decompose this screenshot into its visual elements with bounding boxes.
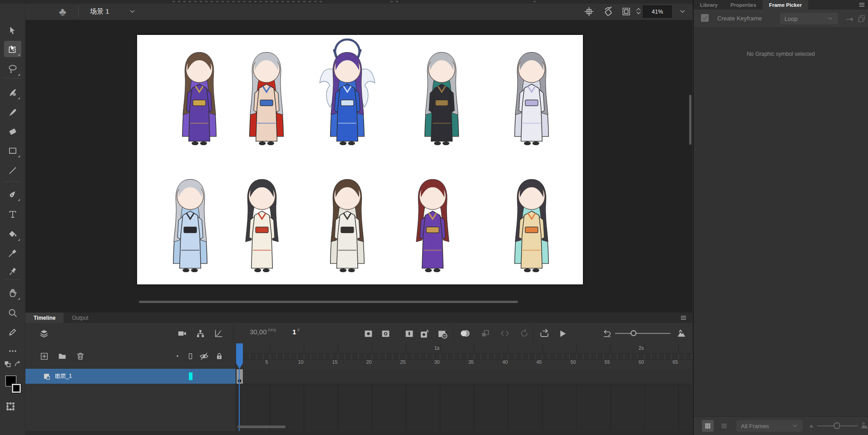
timeline-horizontal-scrollbar[interactable] [237, 425, 286, 428]
timeline-zoom-slider-track[interactable] [615, 333, 671, 334]
current-frame-value[interactable]: 1F [292, 328, 300, 336]
character-crimson-sorceress[interactable] [401, 166, 464, 277]
move-keyframes-button[interactable] [479, 327, 491, 339]
insert-blank-keyframe-button[interactable] [380, 327, 391, 339]
onion-skin-button[interactable] [459, 327, 471, 339]
character-silver-sage[interactable] [500, 39, 563, 150]
pin-frames-icon[interactable] [845, 15, 854, 24]
thumbnail-size-slider-thumb[interactable] [833, 422, 840, 429]
fluid-brush-tool[interactable] [4, 84, 21, 101]
layer-name[interactable]: 图层_1 [55, 372, 72, 380]
thumbnail-size-small-icon[interactable] [808, 422, 815, 429]
frames-grid[interactable] [236, 369, 692, 435]
remove-frame-button[interactable] [436, 327, 448, 339]
loop-range-button[interactable] [518, 327, 530, 339]
timeline-menu-icon[interactable] [680, 314, 687, 321]
frames-filter-dropdown[interactable]: All Frames [736, 420, 803, 432]
new-layer-button[interactable] [38, 350, 50, 362]
selection-tool[interactable] [4, 23, 21, 39]
canvas-horizontal-scrollbar[interactable] [139, 301, 518, 303]
character-ponytail-swordswoman[interactable] [316, 166, 379, 277]
scene-chevron-down-icon[interactable] [129, 8, 136, 15]
loop-dropdown[interactable]: Loop [780, 13, 838, 24]
canvas-vertical-scrollbar[interactable] [689, 95, 691, 145]
frame-rate-value[interactable]: 30,00FPS [250, 328, 276, 336]
tab-output[interactable]: Output [64, 313, 96, 323]
loop-playback-button[interactable] [538, 327, 550, 339]
camera-icon[interactable] [176, 327, 188, 339]
pin-tool[interactable] [4, 263, 21, 279]
text-tool[interactable] [4, 206, 21, 222]
graph-editor-icon[interactable] [212, 327, 224, 339]
insert-frame-button[interactable] [403, 327, 415, 339]
lasso-tool[interactable] [4, 61, 21, 77]
hide-layers-column-icon[interactable] [198, 350, 210, 362]
character-teal-hooded-rogue[interactable] [410, 39, 473, 150]
zoom-tool[interactable] [4, 305, 21, 321]
layer-row[interactable]: 图层_1 [25, 369, 236, 384]
play-button[interactable] [557, 327, 568, 339]
reset-colors-icon[interactable] [14, 360, 21, 368]
classic-brush-tool[interactable] [4, 104, 21, 121]
line-tool[interactable] [4, 162, 21, 179]
frame-ruler[interactable]: 51015202530354045505560651s2s [236, 343, 692, 369]
pencil-tool[interactable] [4, 324, 21, 340]
character-white-dress-maiden[interactable] [230, 166, 294, 277]
free-transform-icon[interactable] [5, 401, 16, 412]
paint-bucket-tool[interactable] [4, 226, 21, 242]
character-celestial-dancer[interactable] [500, 166, 563, 277]
eraser-tool[interactable] [4, 123, 21, 140]
layer-parenting-icon[interactable] [194, 327, 206, 339]
thumbnail-size-slider-track[interactable] [817, 425, 833, 426]
tab-timeline[interactable]: Timeline [25, 313, 64, 323]
pen-tool[interactable] [4, 186, 21, 202]
outline-layers-column-icon[interactable] [184, 350, 196, 362]
center-stage-icon[interactable] [584, 6, 594, 17]
hand-tool[interactable] [4, 285, 21, 301]
frames-pane[interactable]: 51015202530354045505560651s2s [236, 343, 692, 435]
tab-frame-picker[interactable]: Frame Picker [763, 0, 808, 10]
character-winged-seraph[interactable] [316, 39, 379, 150]
thumbnail-size-large-icon[interactable] [860, 421, 868, 430]
timeline-zoom-in-icon[interactable] [676, 327, 687, 339]
create-keyframe-checkbox[interactable] [701, 14, 709, 22]
layer-view-icon[interactable] [38, 327, 50, 339]
tab-library[interactable]: Library [694, 0, 724, 10]
eyedropper-tool[interactable] [4, 245, 21, 261]
swap-colors-icon[interactable] [4, 360, 11, 368]
character-purple-robed-noble[interactable] [168, 39, 231, 150]
timeline-zoom-slider-thumb[interactable] [631, 330, 636, 336]
stage[interactable] [137, 35, 583, 284]
lock-layers-column-icon[interactable] [213, 350, 225, 362]
list-view-button[interactable] [718, 420, 730, 432]
clip-content-icon[interactable] [621, 6, 631, 17]
symbol-clover-icon[interactable]: ♣ [59, 5, 66, 18]
grid-view-button[interactable] [702, 420, 714, 432]
layer-frame-strip[interactable] [236, 369, 692, 384]
scene-breadcrumb[interactable]: 场景 1 [90, 7, 109, 16]
keyframe-cell-frame-1[interactable] [236, 369, 243, 384]
thumbnail-size-slider-track[interactable] [841, 425, 858, 426]
highlight-layers-column-icon[interactable] [172, 350, 183, 362]
duplicate-frames-icon[interactable] [857, 14, 866, 23]
edit-multiple-frames-button[interactable] [499, 327, 511, 339]
tab-properties[interactable]: Properties [724, 0, 763, 10]
subselection-transform-tool[interactable] [4, 41, 21, 57]
zoom-dropdown-chevron-icon[interactable] [679, 8, 686, 15]
zoom-level-input[interactable]: 41% [643, 5, 672, 18]
character-blue-robe-maiden[interactable] [158, 166, 222, 277]
zoom-stepper[interactable] [635, 7, 642, 15]
edit-bar-divider [78, 6, 79, 17]
delete-layer-button[interactable] [74, 350, 86, 362]
stroke-color-swatch[interactable] [12, 384, 21, 393]
rectangle-tool[interactable] [4, 142, 21, 159]
layer-outline-color-swatch[interactable] [189, 372, 192, 380]
insert-keyframe-button[interactable] [362, 327, 374, 339]
new-folder-button[interactable] [56, 350, 68, 362]
auto-keyframe-button[interactable]: A [419, 327, 430, 339]
more-tools[interactable] [4, 343, 21, 359]
reset-timeline-zoom-button[interactable] [601, 327, 613, 339]
character-red-cape-warrior[interactable] [235, 39, 298, 150]
panel-menu-icon[interactable] [858, 1, 865, 8]
rotate-stage-icon[interactable] [603, 6, 614, 17]
